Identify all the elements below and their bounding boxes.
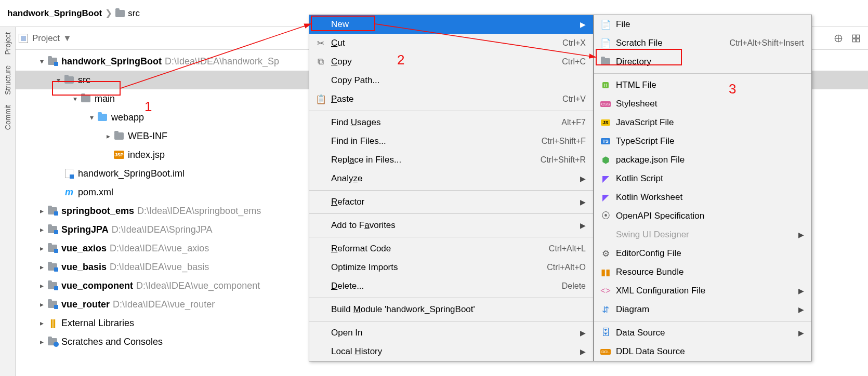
select-open-file-icon[interactable] [833, 33, 844, 44]
left-rail: Project Structure Commit [0, 27, 16, 376]
kotlin-worksheet-icon: ◤ [599, 192, 612, 203]
copy-icon: ⧉ [314, 57, 327, 67]
ddl-icon: DDL [599, 349, 612, 355]
webapp-folder-icon [98, 114, 107, 121]
menu-new[interactable]: New▶ [309, 15, 593, 34]
dropdown-icon[interactable]: ▼ [63, 33, 72, 44]
menu-copy-path[interactable]: Copy Path... [309, 71, 593, 90]
menu-local-history[interactable]: Local History▶ [309, 342, 593, 361]
menu-open-in[interactable]: Open In▶ [309, 324, 593, 342]
gear-icon: ⚙ [599, 248, 612, 259]
module-icon [48, 282, 57, 289]
scratches-icon [48, 338, 57, 345]
new-kotlin-worksheet[interactable]: ◤Kotlin Worksheet [594, 188, 811, 207]
menu-delete[interactable]: Delete...Delete [309, 277, 593, 296]
new-kotlin-script[interactable]: ◤Kotlin Script [594, 169, 811, 188]
new-diagram[interactable]: ⇵Diagram▶ [594, 300, 811, 319]
menu-optimize-imports[interactable]: Optimize ImportsCtrl+Alt+O [309, 258, 593, 277]
new-stylesheet[interactable]: CSSStylesheet [594, 95, 811, 113]
scissors-icon: ✂ [314, 38, 327, 49]
diagram-icon: ⇵ [599, 304, 612, 315]
html-icon: H [599, 82, 612, 88]
database-icon: 🗄 [599, 328, 612, 338]
menu-refactor[interactable]: Refactor▶ [309, 193, 593, 211]
menu-paste[interactable]: 📋 Paste Ctrl+V [309, 90, 593, 109]
new-html[interactable]: HHTML File [594, 76, 811, 95]
js-icon: JS [599, 119, 612, 126]
menu-analyze[interactable]: Analyze▶ [309, 169, 593, 188]
kotlin-icon: ◤ [599, 173, 612, 184]
breadcrumb-src[interactable]: src [115, 8, 140, 19]
module-icon [48, 301, 57, 308]
svg-rect-4 [857, 35, 860, 38]
jsp-icon: JSP [114, 151, 124, 159]
chevron-down-icon[interactable]: ▾ [86, 113, 97, 122]
iml-icon [65, 169, 73, 178]
resource-bundle-icon: ▮▮ [599, 267, 612, 278]
new-file[interactable]: 📄File [594, 15, 811, 34]
svg-rect-3 [852, 35, 856, 38]
svg-rect-6 [857, 38, 860, 42]
scratch-file-icon: 📄 [599, 38, 612, 49]
context-menu: New▶ ✂ Cut Ctrl+X ⧉ Copy Ctrl+C Copy Pat… [309, 15, 594, 361]
openapi-icon: ⦿ [599, 211, 612, 221]
rail-tab-commit[interactable]: Commit [4, 100, 12, 135]
css-icon: CSS [599, 101, 612, 107]
maven-icon: m [64, 187, 74, 197]
new-openapi[interactable]: ⦿OpenAPI Specification [594, 207, 811, 225]
new-resource-bundle[interactable]: ▮▮Resource Bundle [594, 263, 811, 281]
ts-icon: TS [599, 138, 612, 144]
new-package-json[interactable]: ⬢package.json File [594, 151, 811, 169]
folder-icon [599, 58, 612, 65]
clipboard-icon: 📋 [314, 94, 327, 105]
folder-icon [81, 95, 90, 102]
expand-all-icon[interactable] [850, 33, 862, 44]
new-submenu: 📄File 📄Scratch FileCtrl+Alt+Shift+Insert… [594, 15, 812, 361]
folder-icon [115, 10, 125, 17]
rail-tab-structure[interactable]: Structure [4, 60, 12, 100]
new-typescript[interactable]: TSTypeScript File [594, 132, 811, 151]
new-javascript[interactable]: JSJavaScript File [594, 113, 811, 132]
module-icon [48, 58, 57, 65]
new-swing-designer[interactable]: Swing UI Designer▶ [594, 225, 811, 244]
chevron-down-icon[interactable]: ▾ [53, 76, 63, 84]
menu-find-in-files[interactable]: Find in Files...Ctrl+Shift+F [309, 132, 593, 151]
menu-reformat[interactable]: Reformat CodeCtrl+Alt+L [309, 239, 593, 258]
chevron-down-icon[interactable]: ▾ [70, 95, 80, 103]
new-directory[interactable]: Directory [594, 52, 811, 71]
menu-find-usages[interactable]: Find Usages Alt+F7 [309, 113, 593, 132]
breadcrumb-root[interactable]: handwork_SpringBoot [7, 8, 102, 19]
chevron-right-icon[interactable]: ▸ [103, 132, 113, 140]
project-view-icon [19, 34, 28, 43]
menu-build-module[interactable]: Build Module 'handwork_SpringBoot' [309, 300, 593, 319]
folder-icon [64, 76, 74, 84]
xml-config-icon: <> [599, 286, 612, 296]
new-xml-config[interactable]: <>XML Configuration File▶ [594, 281, 811, 300]
node-icon: ⬢ [599, 155, 612, 166]
new-data-source[interactable]: 🗄Data Source▶ [594, 324, 811, 342]
rail-tab-project[interactable]: Project [4, 27, 12, 60]
module-icon [48, 207, 57, 214]
chevron-right-icon: ❯ [105, 8, 112, 19]
folder-icon [114, 132, 124, 140]
svg-rect-5 [852, 38, 856, 42]
new-ddl-data-source[interactable]: DDLDDL Data Source [594, 342, 811, 361]
menu-add-favorites[interactable]: Add to Favorites▶ [309, 216, 593, 235]
new-editorconfig[interactable]: ⚙EditorConfig File [594, 244, 811, 263]
chevron-down-icon[interactable]: ▾ [36, 57, 47, 65]
module-icon [48, 245, 57, 252]
module-icon [48, 263, 57, 271]
module-icon [48, 226, 57, 233]
chevron-right-icon[interactable]: ▸ [36, 207, 47, 215]
menu-replace-in-files[interactable]: Replace in Files... Ctrl+Shift+R [309, 151, 593, 169]
file-icon: 📄 [599, 19, 612, 30]
menu-copy[interactable]: ⧉ Copy Ctrl+C [309, 52, 593, 71]
panel-title[interactable]: Project [32, 33, 60, 44]
libraries-icon [47, 317, 58, 329]
menu-cut[interactable]: ✂ Cut Ctrl+X [309, 34, 593, 52]
new-scratch[interactable]: 📄Scratch FileCtrl+Alt+Shift+Insert [594, 34, 811, 52]
